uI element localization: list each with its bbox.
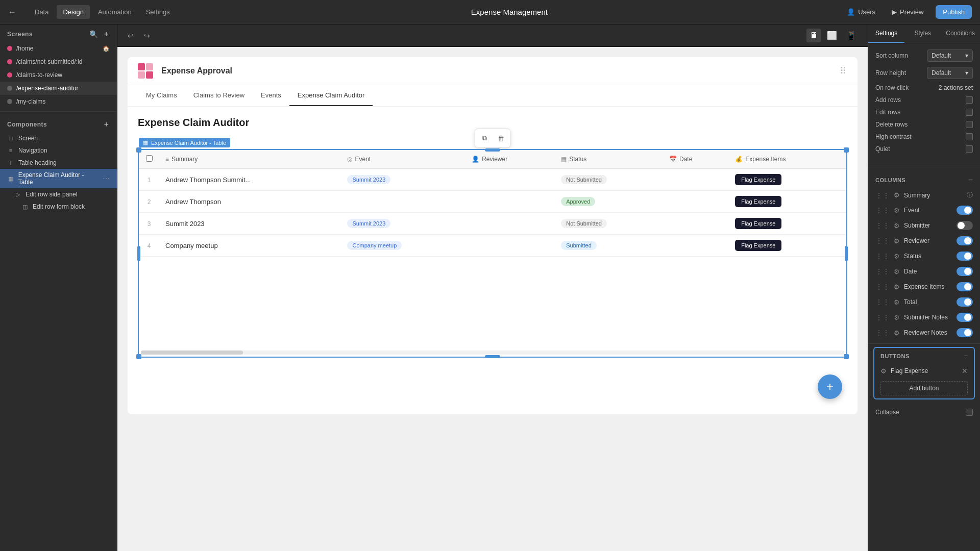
screen-item-claims-not-submitted[interactable]: /claims/not-submitted/:id bbox=[0, 55, 117, 68]
resize-handle-right[interactable] bbox=[845, 246, 848, 261]
resize-handle-left[interactable] bbox=[137, 246, 140, 261]
drag-icon[interactable]: ⋮⋮ bbox=[875, 267, 890, 276]
resize-handle-top[interactable] bbox=[485, 148, 500, 152]
sort-column-select[interactable]: Default ▾ bbox=[927, 49, 973, 62]
expense-items-toggle[interactable] bbox=[957, 282, 973, 291]
event-toggle[interactable] bbox=[957, 206, 973, 215]
resize-handle-bl[interactable] bbox=[136, 354, 141, 359]
comp-edit-row-form-block[interactable]: ◫ Edit row form block bbox=[0, 201, 117, 213]
resize-handle-bottom[interactable] bbox=[485, 355, 500, 358]
table-row[interactable]: 3 Summit 2023 Summit 2023 Not Submitted … bbox=[139, 213, 846, 235]
add-rows-checkbox[interactable] bbox=[966, 96, 973, 104]
reviewer-notes-toggle[interactable] bbox=[957, 328, 973, 337]
columns-collapse-button[interactable]: − bbox=[968, 176, 973, 185]
screen-item-home[interactable]: /home 🏠 bbox=[0, 42, 117, 55]
resize-handle-br[interactable] bbox=[844, 354, 849, 359]
scrollbar-thumb[interactable] bbox=[141, 350, 243, 355]
comp-navigation[interactable]: ≡ Navigation bbox=[0, 144, 117, 157]
users-button[interactable]: 👤 Users bbox=[843, 6, 879, 18]
drag-icon[interactable]: ⋮⋮ bbox=[875, 206, 890, 214]
comp-expense-claim-table[interactable]: ▦ Expense Claim Auditor - Table ⋯ bbox=[0, 169, 117, 188]
tab-styles[interactable]: Styles bbox=[904, 24, 941, 43]
nav-my-claims[interactable]: My Claims bbox=[138, 85, 185, 106]
screen-item-claims-to-review[interactable]: /claims-to-review bbox=[0, 68, 117, 82]
add-button[interactable]: Add button bbox=[880, 381, 968, 395]
drag-icon[interactable]: ⋮⋮ bbox=[875, 298, 890, 306]
flag-expense-btn-3[interactable]: Flag Expense bbox=[735, 218, 781, 229]
table-scrollbar[interactable] bbox=[141, 350, 844, 355]
submitter-notes-toggle[interactable] bbox=[957, 313, 973, 322]
table-row[interactable]: 1 Andrew Thompson Summit... Summit 2023 … bbox=[139, 169, 846, 191]
drag-icon[interactable]: ⋮⋮ bbox=[875, 283, 890, 291]
gear-icon[interactable]: ⚙ bbox=[894, 191, 900, 199]
screen-item-my-claims[interactable]: /my-claims bbox=[0, 95, 117, 108]
back-button[interactable]: ← bbox=[8, 8, 16, 17]
drag-icon[interactable]: ⋮⋮ bbox=[875, 221, 890, 230]
quiet-checkbox[interactable] bbox=[966, 145, 973, 153]
gear-icon[interactable]: ⚙ bbox=[894, 207, 900, 214]
tab-data[interactable]: Data bbox=[29, 5, 55, 19]
reviewer-toggle[interactable] bbox=[957, 236, 973, 245]
table-row[interactable]: 4 Company meetup Company meetup Submitte… bbox=[139, 235, 846, 257]
select-all-checkbox[interactable] bbox=[146, 155, 153, 162]
drag-icon[interactable]: ⋮⋮ bbox=[875, 237, 890, 245]
row-height-select[interactable]: Default ▾ bbox=[927, 67, 973, 79]
tab-conditions[interactable]: Conditions bbox=[941, 24, 980, 43]
mobile-view-button[interactable]: 📱 bbox=[843, 29, 860, 42]
add-screen-icon[interactable]: ＋ bbox=[103, 30, 110, 39]
nav-claims-to-review[interactable]: Claims to Review bbox=[185, 85, 253, 106]
nav-events[interactable]: Events bbox=[253, 85, 289, 106]
publish-button[interactable]: Publish bbox=[936, 5, 972, 19]
comp-screen[interactable]: □ Screen bbox=[0, 132, 117, 144]
duplicate-table-button[interactable]: ⧉ bbox=[477, 131, 492, 145]
table-row[interactable]: 2 Andrew Thompson Approved Flag Expense bbox=[139, 191, 846, 213]
submitter-toggle[interactable] bbox=[957, 221, 973, 230]
more-options-icon[interactable]: ⋯ bbox=[103, 174, 110, 183]
resize-handle-tl[interactable] bbox=[136, 147, 141, 153]
gear-icon[interactable]: ⚙ bbox=[894, 298, 900, 306]
tab-design[interactable]: Design bbox=[57, 5, 89, 19]
fab-button[interactable]: + bbox=[818, 374, 842, 399]
comp-table-heading[interactable]: T Table heading bbox=[0, 157, 117, 169]
total-toggle[interactable] bbox=[957, 297, 973, 307]
screen-item-expense-claim-auditor[interactable]: /expense-claim-auditor bbox=[0, 82, 117, 95]
buttons-collapse-icon[interactable]: − bbox=[964, 352, 968, 360]
gear-icon[interactable]: ⚙ bbox=[894, 283, 900, 291]
tablet-view-button[interactable]: ⬜ bbox=[824, 29, 840, 42]
flag-expense-btn-2[interactable]: Flag Expense bbox=[735, 196, 781, 207]
drag-icon[interactable]: ⋮⋮ bbox=[875, 313, 890, 321]
high-contrast-checkbox[interactable] bbox=[966, 133, 973, 140]
resize-handle-tr[interactable] bbox=[844, 147, 849, 153]
remove-button-icon[interactable]: ✕ bbox=[962, 367, 968, 375]
status-toggle[interactable] bbox=[957, 252, 973, 261]
undo-button[interactable]: ↩ bbox=[126, 30, 136, 42]
search-icon[interactable]: 🔍 bbox=[89, 30, 98, 39]
flag-expense-btn-4[interactable]: Flag Expense bbox=[735, 240, 781, 251]
gear-icon[interactable]: ⚙ bbox=[894, 268, 900, 276]
drag-icon[interactable]: ⋮⋮ bbox=[875, 252, 890, 260]
flag-expense-btn-1[interactable]: Flag Expense bbox=[735, 174, 781, 185]
preview-button[interactable]: ▶ Preview bbox=[888, 6, 927, 18]
edit-rows-checkbox[interactable] bbox=[966, 109, 973, 116]
redo-button[interactable]: ↪ bbox=[142, 30, 152, 42]
add-component-icon[interactable]: ＋ bbox=[103, 120, 110, 129]
gear-icon[interactable]: ⚙ bbox=[894, 314, 900, 321]
nav-expense-claim-auditor[interactable]: Expense Claim Auditor bbox=[289, 85, 373, 106]
comp-edit-row-side-panel[interactable]: ▷ Edit row side panel bbox=[0, 188, 117, 201]
drag-icon[interactable]: ⋮⋮ bbox=[875, 329, 890, 337]
delete-rows-checkbox[interactable] bbox=[966, 121, 973, 128]
info-icon[interactable]: ⓘ bbox=[967, 191, 973, 199]
gear-icon[interactable]: ⚙ bbox=[880, 367, 887, 375]
gear-icon[interactable]: ⚙ bbox=[894, 222, 900, 230]
drag-icon[interactable]: ⋮⋮ bbox=[875, 191, 890, 199]
tab-settings[interactable]: Settings bbox=[140, 5, 176, 19]
date-toggle[interactable] bbox=[957, 267, 973, 276]
gear-icon[interactable]: ⚙ bbox=[894, 237, 900, 245]
tab-automation[interactable]: Automation bbox=[92, 5, 138, 19]
collapse-checkbox[interactable] bbox=[966, 409, 973, 416]
on-row-click-value[interactable]: 2 actions set bbox=[939, 84, 973, 91]
tab-settings[interactable]: Settings bbox=[868, 24, 904, 43]
gear-icon[interactable]: ⚙ bbox=[894, 253, 900, 260]
desktop-view-button[interactable]: 🖥 bbox=[806, 29, 821, 42]
gear-icon[interactable]: ⚙ bbox=[894, 329, 900, 337]
